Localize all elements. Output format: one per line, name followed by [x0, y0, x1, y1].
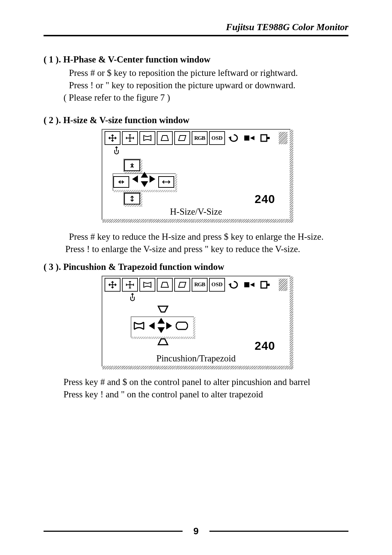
- page-footer: 9: [44, 526, 348, 537]
- svg-marker-0: [161, 135, 168, 141]
- footer-rule-right: [209, 531, 348, 532]
- rgb-icon[interactable]: RGB: [192, 131, 208, 145]
- degauss-icon[interactable]: [226, 132, 241, 144]
- recall-icon[interactable]: [242, 132, 257, 144]
- up-arrow-icon[interactable]: [141, 172, 148, 178]
- rgb-icon[interactable]: RGB: [192, 278, 208, 292]
- svg-marker-19: [158, 339, 168, 345]
- figure-hsize-vsize: RGB OSD: [44, 129, 348, 220]
- svg-rect-5: [261, 135, 267, 141]
- section-1-line-1: Press # or $ key to reposition the pictu…: [69, 67, 348, 79]
- svg-rect-6: [267, 137, 270, 139]
- parallelogram-icon[interactable]: [174, 278, 190, 292]
- trapezoid-icon[interactable]: [157, 278, 173, 292]
- parallelogram-icon[interactable]: [174, 131, 190, 145]
- right-arrow-icon[interactable]: [166, 322, 172, 329]
- header-rule: [44, 35, 348, 36]
- right-arrow-icon[interactable]: [150, 175, 155, 183]
- pincushion-icon[interactable]: [139, 131, 155, 145]
- svg-rect-3: [244, 135, 249, 141]
- v-size-shrink-icon: [124, 159, 140, 171]
- section-2-line-1: Press # key to reduce the H-size and pre…: [69, 231, 348, 243]
- left-arrow-icon[interactable]: [132, 175, 138, 183]
- section-3-heading: ( 3 ). Pincushion & Trapezoid function w…: [44, 262, 348, 272]
- v-size-enlarge-icon: [124, 193, 140, 204]
- section-1-heading: ( 1 ). H-Phase & V-Center function windo…: [44, 54, 348, 65]
- size-icon[interactable]: [122, 278, 138, 292]
- osd-icon[interactable]: OSD: [209, 278, 225, 292]
- figure-pincushion-trapezoid: RGB OSD: [44, 276, 348, 366]
- svg-rect-17: [267, 284, 270, 286]
- exit-icon[interactable]: [258, 132, 273, 144]
- recall-icon[interactable]: [242, 279, 257, 291]
- svg-marker-12: [179, 282, 186, 287]
- osd-window-size: RGB OSD: [102, 129, 290, 220]
- pincushion-icon[interactable]: [139, 278, 155, 292]
- osd-menu-row-2: RGB OSD: [102, 276, 290, 292]
- section-1-line-3: ( Please refer to the figure 7 ): [64, 92, 348, 104]
- osd-menu-row: RGB OSD: [102, 130, 290, 146]
- up-arrow-icon[interactable]: [158, 318, 165, 324]
- geometry-control-cluster: [131, 307, 200, 351]
- size-icon[interactable]: [122, 131, 138, 145]
- osd-hatch-edge: [279, 279, 287, 291]
- barrel-icon: [176, 321, 188, 333]
- svg-marker-11: [161, 282, 168, 287]
- osd-value: 240: [255, 339, 275, 353]
- pointer-icon: [128, 293, 290, 304]
- osd-hatch-edge: [279, 132, 287, 144]
- trapezoid-up-icon: [157, 337, 169, 348]
- trapezoid-icon[interactable]: [157, 131, 173, 145]
- section-3-line-2: Press key ! and " on the control panel t…: [64, 388, 348, 401]
- degauss-icon[interactable]: [226, 279, 241, 291]
- down-arrow-icon[interactable]: [141, 181, 148, 187]
- exit-icon[interactable]: [258, 279, 273, 291]
- svg-rect-16: [261, 281, 267, 288]
- osd-window-geometry: RGB OSD: [102, 276, 290, 366]
- h-size-shrink-icon: [113, 176, 129, 188]
- pointer-icon: [113, 146, 290, 157]
- section-1-line-2: Press ! or " key to reposition the pictu…: [69, 79, 348, 92]
- osd-caption: H-Size/V-Size: [102, 207, 290, 217]
- h-size-enlarge-icon: [158, 176, 174, 188]
- svg-marker-18: [158, 306, 168, 312]
- section-2-heading: ( 2 ). H-size & V-size function window: [44, 115, 348, 125]
- osd-icon[interactable]: OSD: [209, 131, 225, 145]
- pincushion-in-icon: [133, 321, 145, 333]
- left-arrow-icon[interactable]: [149, 322, 155, 329]
- svg-rect-14: [244, 282, 249, 287]
- page-number: 9: [193, 526, 199, 537]
- header-title: Fujitsu TE988G Color Monitor: [44, 22, 348, 33]
- size-control-cluster: [113, 160, 182, 204]
- svg-marker-1: [179, 135, 186, 141]
- position-icon[interactable]: [105, 278, 121, 292]
- down-arrow-icon[interactable]: [158, 327, 165, 333]
- osd-caption: Pincushion/Trapezoid: [102, 353, 290, 364]
- osd-value: 240: [255, 193, 275, 206]
- section-2-line-2: Press ! to enlarge the V-size and press …: [65, 243, 348, 255]
- svg-marker-4: [250, 136, 254, 140]
- svg-marker-15: [250, 283, 254, 287]
- position-icon[interactable]: [105, 131, 121, 145]
- footer-rule-left: [44, 531, 183, 532]
- section-3-line-1: Press key # and $ on the control panel t…: [64, 376, 348, 388]
- trapezoid-down-icon: [157, 305, 169, 316]
